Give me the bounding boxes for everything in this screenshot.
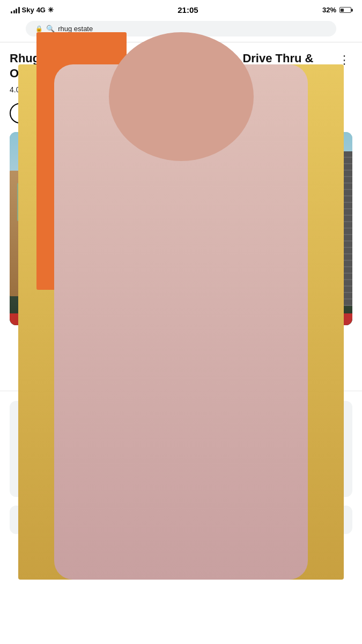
status-time: 21:05 bbox=[178, 5, 198, 14]
status-carrier: Sky 4G ✳ bbox=[11, 6, 54, 14]
food-photo-3 bbox=[98, 423, 134, 460]
carrier-label: Sky bbox=[22, 6, 34, 14]
battery-percent: 32% bbox=[322, 6, 336, 14]
signal-icon bbox=[11, 7, 20, 13]
loading-icon: ✳ bbox=[48, 6, 54, 14]
info-cards-row: Menu › bbox=[0, 391, 362, 497]
network-label: 4G bbox=[36, 6, 46, 14]
status-bar: Sky 4G ✳ 21:05 32% bbox=[0, 0, 362, 18]
menu-images bbox=[18, 423, 169, 460]
battery-icon bbox=[339, 7, 351, 13]
status-battery-area: 32% bbox=[322, 6, 351, 14]
address-text: rhug estate bbox=[58, 25, 93, 33]
search-icon: 🔍 bbox=[46, 25, 55, 33]
menu-image-3 bbox=[98, 423, 134, 460]
menu-card[interactable]: Menu › bbox=[10, 401, 178, 497]
lock-icon: 🔒 bbox=[35, 25, 43, 32]
